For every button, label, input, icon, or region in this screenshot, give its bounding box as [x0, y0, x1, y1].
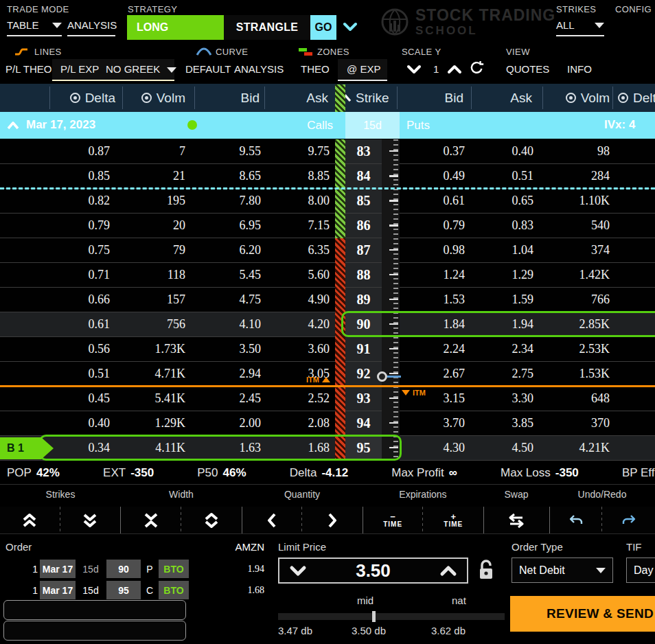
col-header-call-volm[interactable]: Volm: [122, 84, 185, 112]
call-volm-cell[interactable]: 195: [117, 189, 185, 213]
strike-cell[interactable]: 88: [345, 263, 382, 287]
call-bid-cell[interactable]: 4.10: [185, 312, 261, 336]
col-header-put-volm[interactable]: Volm: [542, 84, 610, 112]
call-ask-cell[interactable]: 2.52: [254, 387, 330, 411]
call-ask-cell[interactable]: 5.60: [254, 263, 330, 287]
put-bid-cell[interactable]: 0.79: [400, 214, 465, 238]
expiration-earlier-button[interactable]: −TIME: [363, 507, 423, 533]
tab-analysis[interactable]: ANALYSIS: [67, 19, 115, 36]
collapse-chevron-icon[interactable]: [7, 121, 19, 130]
width-widen-button[interactable]: [181, 507, 242, 533]
call-volm-cell[interactable]: 79: [117, 238, 185, 262]
call-bid-cell[interactable]: 2.45: [185, 387, 261, 411]
price-down-chevron-icon[interactable]: [289, 565, 307, 577]
call-ask-cell[interactable]: 8.85: [254, 164, 330, 188]
put-ask-cell[interactable]: 0.51: [468, 164, 533, 188]
col-header-call-delta[interactable]: Delta: [49, 84, 115, 112]
put-volm-cell[interactable]: 4.21K: [534, 436, 610, 460]
undo-button[interactable]: [550, 507, 602, 533]
col-header-put-delta[interactable]: Delta: [618, 84, 655, 112]
put-bid-cell[interactable]: 3.70: [400, 411, 465, 435]
go-button[interactable]: GO: [310, 15, 336, 40]
leg-strike[interactable]: 95: [106, 581, 141, 599]
put-ask-cell[interactable]: 0.65: [468, 189, 533, 213]
call-bid-cell[interactable]: 4.75: [185, 288, 261, 312]
put-bid-cell[interactable]: 0.37: [400, 139, 465, 163]
call-ask-cell[interactable]: 4.20: [254, 312, 330, 336]
put-bid-cell[interactable]: 0.61: [400, 189, 465, 213]
put-ask-cell[interactable]: 1.04: [468, 238, 533, 262]
call-ask-cell[interactable]: 8.00: [254, 189, 330, 213]
option-row-85[interactable]: 0.821957.808.00850.610.651.10K: [0, 189, 655, 214]
strike-cell[interactable]: 87: [345, 238, 382, 262]
call-delta-cell[interactable]: 0.45: [41, 387, 110, 411]
order-note-input[interactable]: [3, 621, 186, 641]
call-ask-cell[interactable]: 9.75: [254, 139, 330, 163]
strike-cell[interactable]: 83: [345, 139, 382, 163]
strike-cell[interactable]: 84: [345, 164, 382, 188]
put-ask-cell[interactable]: 3.85: [468, 411, 533, 435]
put-bid-cell[interactable]: 1.24: [400, 263, 465, 287]
option-row-84[interactable]: 0.85218.658.85840.490.51284: [0, 164, 655, 189]
leg-type[interactable]: P: [143, 560, 157, 578]
put-volm-cell[interactable]: 1.10K: [534, 189, 610, 213]
call-volm-cell[interactable]: 5.41K: [117, 387, 185, 411]
call-volm-cell[interactable]: 118: [117, 263, 185, 287]
call-volm-cell[interactable]: 21: [117, 164, 185, 188]
scale-down-chevron-icon[interactable]: [406, 65, 422, 74]
order-type-dropdown[interactable]: Net Debit: [512, 557, 613, 583]
strike-cell[interactable]: 85: [345, 189, 382, 213]
call-delta-cell[interactable]: 0.87: [41, 139, 110, 163]
expiration-later-button[interactable]: +TIME: [423, 507, 483, 533]
col-header-put-bid[interactable]: Bid: [398, 84, 463, 112]
review-send-button[interactable]: REVIEW & SEND: [510, 596, 655, 632]
call-ask-cell[interactable]: 7.15: [254, 214, 330, 238]
menu-quotes[interactable]: QUOTES: [506, 63, 549, 75]
put-volm-cell[interactable]: 98: [534, 139, 610, 163]
config-button[interactable]: CONFIG: [615, 4, 652, 14]
call-delta-cell[interactable]: 0.82: [41, 189, 110, 213]
price-slider[interactable]: [278, 613, 505, 620]
leg-strike[interactable]: 90: [106, 560, 141, 578]
price-up-chevron-icon[interactable]: [439, 565, 457, 577]
call-volm-cell[interactable]: 20: [117, 214, 185, 238]
call-volm-cell[interactable]: 4.71K: [117, 362, 185, 386]
greek-dropdown[interactable]: NO GREEK: [106, 63, 176, 75]
put-volm-cell[interactable]: 2.53K: [534, 337, 610, 361]
call-delta-cell[interactable]: 0.40: [41, 411, 110, 435]
leg-expiration[interactable]: Mar 17: [40, 581, 76, 599]
option-row-88[interactable]: 0.711185.455.60881.241.291.42K: [0, 263, 655, 288]
redo-button[interactable]: [602, 507, 655, 533]
put-bid-cell[interactable]: 0.98: [400, 238, 465, 262]
put-volm-cell[interactable]: 284: [534, 164, 610, 188]
put-bid-cell[interactable]: 2.24: [400, 337, 465, 361]
call-delta-cell[interactable]: 0.61: [41, 312, 110, 336]
swap-button[interactable]: [484, 507, 549, 533]
option-row-91[interactable]: 0.561.73K3.503.60912.242.342.53K: [0, 337, 655, 362]
strike-cell[interactable]: 93: [345, 387, 382, 411]
option-row-93[interactable]: 0.455.41K2.452.52933.153.30648: [0, 387, 655, 411]
strike-cell[interactable]: 86: [345, 214, 382, 238]
strategy-name-dropdown[interactable]: STRANGLE: [224, 15, 310, 40]
leg-qty[interactable]: 1: [10, 560, 38, 578]
leg-dte[interactable]: 15d: [78, 581, 104, 599]
call-ask-cell[interactable]: 2.08: [254, 411, 330, 435]
put-volm-cell[interactable]: 648: [534, 387, 610, 411]
leg-dte[interactable]: 15d: [78, 560, 104, 578]
put-ask-cell[interactable]: 1.29: [468, 263, 533, 287]
put-volm-cell[interactable]: 766: [534, 288, 610, 312]
trade-mode-dropdown[interactable]: TABLE: [7, 19, 62, 36]
put-volm-cell[interactable]: 1.42K: [534, 263, 610, 287]
scale-up-chevron-icon[interactable]: [447, 65, 462, 74]
call-bid-cell[interactable]: 6.20: [185, 238, 261, 262]
put-ask-cell[interactable]: 0.83: [468, 214, 533, 238]
call-bid-cell[interactable]: 5.45: [185, 263, 261, 287]
strikes-dropdown[interactable]: ALL: [556, 19, 604, 36]
call-ask-cell[interactable]: 6.35: [254, 238, 330, 262]
put-bid-cell[interactable]: 0.49: [400, 164, 465, 188]
call-delta-cell[interactable]: 0.75: [41, 238, 110, 262]
call-volm-cell[interactable]: 157: [117, 288, 185, 312]
call-delta-cell[interactable]: 0.56: [41, 337, 110, 361]
menu-theo[interactable]: THEO: [301, 63, 330, 75]
call-bid-cell[interactable]: 7.80: [185, 189, 261, 213]
